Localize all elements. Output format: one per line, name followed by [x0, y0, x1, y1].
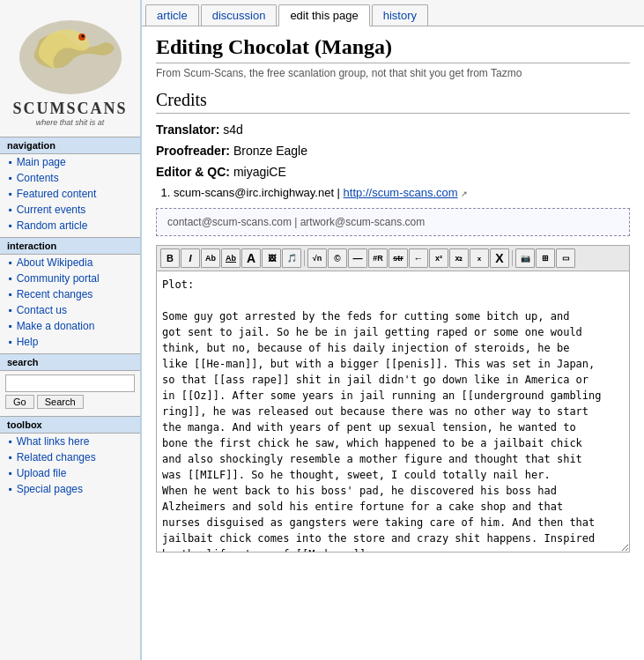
interaction-title: interaction	[0, 237, 140, 255]
toolbar-dash[interactable]: —	[348, 248, 367, 268]
logo-area: SCUMSCANS where that shit is at	[0, 0, 140, 137]
page-subtitle: From Scum-Scans, the free scanlation gro…	[156, 67, 630, 79]
tab-history[interactable]: history	[372, 4, 428, 26]
go-button[interactable]: Go	[5, 395, 34, 409]
tab-article[interactable]: article	[145, 4, 199, 26]
toolbar-italic[interactable]: I	[181, 248, 200, 268]
toolbox-section: toolbox What links here Related changes …	[0, 416, 140, 497]
search-button[interactable]: Search	[37, 395, 84, 409]
sidebar-item-special-pages[interactable]: Special pages	[0, 481, 140, 497]
sidebar-item-main-page[interactable]: Main page	[0, 154, 140, 170]
translator-value: s4d	[223, 122, 243, 137]
translator-label: Translator:	[156, 122, 219, 137]
tabs-bar: article discussion edit this page histor…	[142, 0, 644, 26]
toolbar-extlink[interactable]: Ab	[221, 248, 241, 268]
interaction-section: interaction About Wikipedia Community po…	[0, 237, 140, 350]
toolbar-str[interactable]: str	[389, 248, 408, 268]
edit-toolbar: B I Ab Ab A 🖼 🎵 √n © — #R str ← x² x₂ x …	[156, 245, 630, 271]
toolbar-table[interactable]: ⊞	[536, 248, 555, 268]
sidebar-item-contents[interactable]: Contents	[0, 170, 140, 186]
email-box: contact@scum-scans.com | artwork@scum-sc…	[156, 208, 630, 236]
editor-row: Editor & QC: miyagiCE	[156, 165, 630, 179]
search-title: search	[0, 353, 140, 371]
editor-value: miyagiCE	[233, 165, 286, 179]
sidebar-item-recent-changes[interactable]: Recent changes	[0, 286, 140, 302]
toolbar-sup[interactable]: x²	[429, 248, 448, 268]
translator-row: Translator: s4d	[156, 122, 630, 137]
contact-text: scum-scans@irc.irchighway.net |	[174, 186, 344, 199]
toolbar-math[interactable]: √n	[307, 248, 327, 268]
toolbar-nowiki[interactable]: ©	[328, 248, 347, 268]
navigation-section: navigation Main page Contents Featured c…	[0, 137, 140, 234]
toolbar-hash[interactable]: #R	[368, 248, 388, 268]
edit-textarea[interactable]	[156, 271, 630, 552]
toolbar-img[interactable]: 🖼	[262, 248, 281, 268]
search-input[interactable]	[5, 374, 135, 392]
navigation-title: navigation	[0, 137, 140, 154]
svg-point-2	[81, 35, 84, 38]
sidebar-item-featured-content[interactable]: Featured content	[0, 186, 140, 202]
sidebar-item-current-events[interactable]: Current events	[0, 202, 140, 218]
toolbox-title: toolbox	[0, 416, 140, 434]
tab-edit-this-page[interactable]: edit this page	[278, 4, 369, 26]
sidebar-item-related-changes[interactable]: Related changes	[0, 449, 140, 465]
contact-list: scum-scans@irc.irchighway.net | http://s…	[174, 186, 630, 199]
proofreader-value: Bronze Eagle	[233, 144, 307, 158]
toolbar-sub[interactable]: x₂	[449, 248, 469, 268]
credits-section-title: Credits	[156, 90, 630, 114]
email-box-text: contact@scum-scans.com | artwork@scum-sc…	[167, 216, 425, 228]
toolbar-hr[interactable]: ▭	[556, 248, 575, 268]
toolbar-pic[interactable]: 📷	[515, 248, 535, 268]
sidebar-item-about-wikipedia[interactable]: About Wikipedia	[0, 255, 140, 271]
sidebar-item-contact-us[interactable]: Contact us	[0, 302, 140, 318]
proofreader-label: Proofreader:	[156, 144, 230, 158]
toolbar-bold[interactable]: B	[160, 248, 180, 268]
toolbar-big[interactable]: X	[490, 248, 509, 268]
sidebar-item-what-links-here[interactable]: What links here	[0, 434, 140, 449]
external-link-icon: ↗	[461, 189, 468, 198]
toolbar-headline[interactable]: A	[241, 248, 261, 268]
toolbar-sep-1	[304, 250, 305, 266]
site-name: SCUMSCANS	[7, 100, 133, 118]
search-section: search Go Search	[0, 353, 140, 412]
site-logo	[13, 9, 128, 97]
site-tagline: where that shit is at	[7, 118, 133, 127]
contact-link[interactable]: http://scum-scans.com	[344, 186, 458, 199]
sidebar-item-upload-file[interactable]: Upload file	[0, 465, 140, 481]
sidebar-item-help[interactable]: Help	[0, 334, 140, 350]
editor-label: Editor & QC:	[156, 165, 230, 179]
toolbar-left[interactable]: ←	[409, 248, 428, 268]
toolbar-media[interactable]: 🎵	[282, 248, 301, 268]
toolbar-sep-2	[512, 250, 513, 266]
sidebar-item-random-article[interactable]: Random article	[0, 218, 140, 234]
tab-discussion[interactable]: discussion	[201, 4, 278, 26]
sidebar-item-community-portal[interactable]: Community portal	[0, 271, 140, 286]
proofreader-row: Proofreader: Bronze Eagle	[156, 144, 630, 158]
contact-list-item: scum-scans@irc.irchighway.net | http://s…	[174, 186, 630, 199]
toolbar-link[interactable]: Ab	[201, 248, 220, 268]
sidebar-item-make-donation[interactable]: Make a donation	[0, 318, 140, 334]
page-title: Editing Chocolat (Manga)	[156, 35, 630, 63]
toolbar-small[interactable]: x	[470, 248, 489, 268]
